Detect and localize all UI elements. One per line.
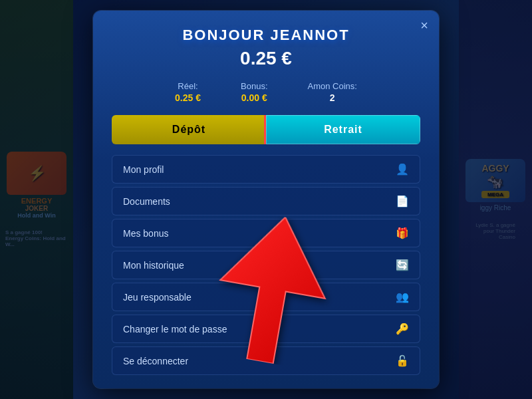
close-button[interactable]: × [420, 19, 428, 32]
menu-list: Mon profil👤Documents📄Mes bonus🎁Mon histo… [112, 155, 420, 375]
menu-item-1[interactable]: Documents📄 [112, 187, 420, 215]
coins-label: Amon Coins: [308, 81, 357, 91]
reel-balance: Réel: 0.25 € [175, 81, 201, 103]
menu-item-6[interactable]: Se déconnecter🔓 [112, 346, 420, 375]
menu-item-label-0: Mon profil [123, 164, 164, 175]
menu-item-label-6: Se déconnecter [123, 356, 188, 366]
modal-greeting: BONJOUR Jeannot [112, 27, 420, 44]
menu-item-icon-6: 🔓 [396, 354, 409, 367]
reel-label: Réel: [175, 81, 201, 91]
menu-item-icon-4: 👥 [396, 291, 409, 303]
bonus-balance: Bonus: 0.00 € [241, 81, 267, 103]
menu-item-label-3: Mon historique [123, 260, 184, 271]
action-buttons-row: Dépôt Retrait [112, 115, 420, 144]
bonus-label: Bonus: [241, 81, 267, 91]
retrait-button[interactable]: Retrait [266, 115, 420, 144]
menu-item-label-1: Documents [123, 196, 170, 207]
coins-value: 2 [308, 92, 357, 103]
coins-balance: Amon Coins: 2 [308, 81, 357, 103]
bonus-value: 0.00 € [241, 92, 267, 103]
depot-button[interactable]: Dépôt [112, 115, 266, 144]
menu-item-icon-1: 📄 [396, 195, 409, 207]
menu-item-icon-3: 🔄 [396, 259, 409, 271]
reel-value: 0.25 € [175, 92, 201, 103]
menu-item-4[interactable]: Jeu responsable👥 [112, 283, 420, 311]
menu-item-icon-0: 👤 [396, 163, 409, 176]
menu-item-icon-5: 🔑 [396, 323, 409, 335]
menu-item-icon-2: 🎁 [396, 227, 409, 239]
menu-item-5[interactable]: Changer le mot de passe🔑 [112, 315, 420, 343]
menu-item-label-5: Changer le mot de passe [123, 324, 227, 334]
modal-balances-row: Réel: 0.25 € Bonus: 0.00 € Amon Coins: 2 [112, 81, 420, 103]
modal-main-balance: 0.25 € [112, 48, 420, 69]
menu-item-label-4: Jeu responsable [123, 292, 192, 303]
menu-item-label-2: Mes bonus [123, 228, 168, 239]
menu-item-3[interactable]: Mon historique🔄 [112, 251, 420, 279]
user-modal: × BONJOUR Jeannot 0.25 € Réel: 0.25 € Bo… [93, 11, 439, 388]
menu-item-0[interactable]: Mon profil👤 [112, 155, 420, 184]
menu-item-2[interactable]: Mes bonus🎁 [112, 219, 420, 247]
